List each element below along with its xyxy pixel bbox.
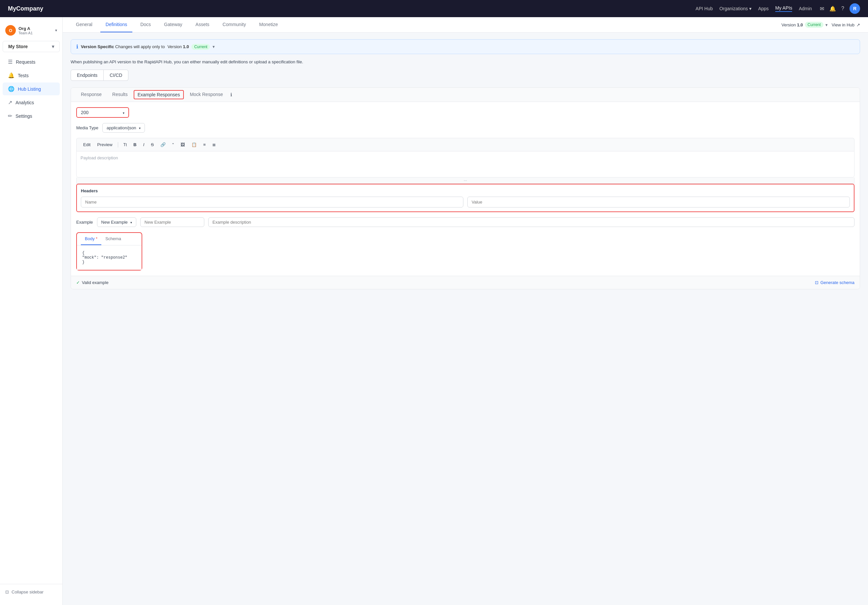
quote-icon[interactable]: ": [170, 141, 177, 149]
version-chevron-icon[interactable]: ▾: [825, 22, 828, 27]
user-avatar[interactable]: R: [849, 3, 860, 14]
generate-schema-button[interactable]: ⊡ Generate schema: [815, 280, 854, 285]
image-icon[interactable]: 🖼: [178, 141, 188, 149]
bell-icon[interactable]: 🔔: [829, 6, 836, 12]
store-selector[interactable]: My Store ▾: [3, 41, 60, 52]
requests-icon: ☰: [8, 59, 12, 65]
status-select-arrow: [123, 110, 124, 115]
tab-cicd[interactable]: CI/CD: [104, 70, 129, 81]
sidebar-item-requests[interactable]: ☰ Requests: [3, 56, 60, 68]
banner-dropdown-icon[interactable]: ▾: [212, 44, 215, 49]
valid-label: Valid example: [82, 280, 108, 285]
subnav: General Definitions Docs Gateway Assets …: [63, 17, 868, 32]
sidebar-item-label: Settings: [16, 113, 33, 119]
org-name: Org A: [19, 26, 53, 31]
tab-monetize[interactable]: Monetize: [254, 17, 283, 32]
topnav-my-apis[interactable]: My APIs: [775, 5, 792, 12]
editor-toolbar: Edit Preview Tt B I S 🔗 " 🖼 📋 ≡: [76, 138, 854, 151]
topnav-api-hub[interactable]: API Hub: [696, 6, 713, 11]
format-text-icon[interactable]: Tt: [121, 141, 130, 149]
tab-results[interactable]: Results: [108, 88, 132, 102]
example-select-arrow: [130, 220, 132, 224]
example-select[interactable]: New Example: [97, 217, 136, 227]
tab-preview[interactable]: Preview: [95, 141, 115, 149]
app-layout: O Org A Team A1 ▾ My Store ▾ ☰ Requests …: [0, 17, 868, 605]
tab-mock-response[interactable]: Mock Response: [185, 88, 227, 102]
link-icon[interactable]: 🔗: [158, 141, 168, 149]
body-schema-panel: Body * Schema { "mock": "response2" }: [76, 232, 142, 271]
sidebar-item-tests[interactable]: 🔔 Tests: [3, 69, 60, 82]
body-schema-tabs: Body * Schema: [77, 233, 142, 245]
media-type-row: Media Type application/json: [76, 123, 854, 133]
sidebar-bottom: ⊡ Collapse sidebar: [0, 584, 62, 600]
tab-community[interactable]: Community: [217, 17, 251, 32]
bold-icon[interactable]: B: [131, 141, 139, 149]
sidebar: O Org A Team A1 ▾ My Store ▾ ☰ Requests …: [0, 17, 63, 605]
subnav-right: Version 1.0 Current ▾ View in Hub ↗: [781, 22, 860, 28]
tab-definitions[interactable]: Definitions: [100, 17, 132, 32]
headers-section: Headers: [76, 184, 854, 212]
topnav-links: API Hub Organizations ▾ Apps My APIs Adm…: [696, 5, 812, 12]
tab-example-responses[interactable]: Example Responses: [134, 90, 184, 99]
tab-docs[interactable]: Docs: [135, 17, 156, 32]
tab-assets[interactable]: Assets: [190, 17, 214, 32]
sidebar-nav: ☰ Requests 🔔 Tests 🌐 Hub Listing ↗ Analy…: [0, 55, 62, 123]
info-icon: ℹ: [76, 43, 78, 50]
topnav-organizations[interactable]: Organizations ▾: [719, 6, 752, 11]
main-content: General Definitions Docs Gateway Assets …: [63, 17, 868, 605]
mail-icon[interactable]: ✉: [820, 6, 824, 12]
chevron-down-icon: ▾: [749, 6, 752, 11]
org-selector[interactable]: O Org A Team A1 ▾: [0, 22, 62, 41]
example-name-input[interactable]: [140, 217, 204, 227]
example-row: Example New Example: [76, 217, 854, 227]
sidebar-item-label: Requests: [16, 59, 35, 65]
tab-body[interactable]: Body *: [81, 233, 101, 245]
code-block: { "mock": "response2" }: [77, 245, 142, 270]
collapse-label: Collapse sidebar: [12, 590, 43, 594]
collapse-sidebar-button[interactable]: ⊡ Collapse sidebar: [5, 590, 57, 594]
tab-general[interactable]: General: [71, 17, 98, 32]
generate-schema-icon: ⊡: [815, 280, 818, 285]
editor-area[interactable]: Payload description: [76, 151, 854, 178]
editor-resize-handle[interactable]: ···: [76, 178, 854, 184]
version-label: Version 1.0: [781, 22, 803, 27]
header-value-input[interactable]: [467, 197, 850, 207]
version-specific-label: Version Specific: [81, 44, 114, 49]
tab-schema[interactable]: Schema: [101, 233, 125, 245]
org-avatar: O: [5, 25, 16, 36]
sidebar-item-analytics[interactable]: ↗ Analytics: [3, 96, 60, 109]
status-select-row: 200: [76, 107, 854, 118]
sidebar-item-hub-listing[interactable]: 🌐 Hub Listing: [3, 82, 60, 95]
sidebar-item-label: Analytics: [16, 100, 34, 105]
tab-endpoints[interactable]: Endpoints: [71, 70, 104, 81]
status-code-select[interactable]: 200: [76, 107, 129, 118]
tab-response[interactable]: Response: [76, 88, 106, 102]
unordered-list-icon[interactable]: ≡: [201, 141, 209, 149]
content-area: ℹ Version Specific Changes will apply on…: [63, 32, 868, 296]
ordered-list-icon[interactable]: ≣: [209, 141, 219, 149]
help-icon[interactable]: ?: [841, 6, 844, 12]
topnav-admin[interactable]: Admin: [799, 6, 812, 11]
header-name-input[interactable]: [81, 197, 463, 207]
view-in-hub-button[interactable]: View in Hub ↗: [832, 22, 860, 27]
italic-icon[interactable]: I: [141, 141, 147, 149]
strikethrough-icon[interactable]: S: [148, 141, 157, 149]
collapse-icon: ⊡: [5, 590, 9, 594]
brand-logo: MyCompany: [8, 5, 43, 12]
editor-container: Edit Preview Tt B I S 🔗 " 🖼 📋 ≡: [76, 138, 854, 184]
table-icon[interactable]: 📋: [189, 141, 199, 149]
response-info-icon[interactable]: ℹ: [230, 92, 232, 97]
version-banner: ℹ Version Specific Changes will apply on…: [71, 39, 860, 54]
org-team: Team A1: [19, 31, 53, 35]
topnav-apps[interactable]: Apps: [758, 6, 769, 11]
tab-edit[interactable]: Edit: [81, 141, 93, 149]
media-type-select[interactable]: application/json: [102, 123, 145, 133]
tab-gateway[interactable]: Gateway: [159, 17, 188, 32]
response-body: 200 Media Type application/json: [71, 102, 860, 276]
banner-version: Version 1.0: [167, 44, 189, 49]
endpoint-tabs: Endpoints CI/CD: [71, 70, 860, 81]
valid-badge: ✓ Valid example: [76, 280, 108, 285]
example-description-input[interactable]: [208, 217, 854, 227]
banner-current-badge: Current: [191, 44, 210, 50]
sidebar-item-settings[interactable]: ✏ Settings: [3, 110, 60, 122]
